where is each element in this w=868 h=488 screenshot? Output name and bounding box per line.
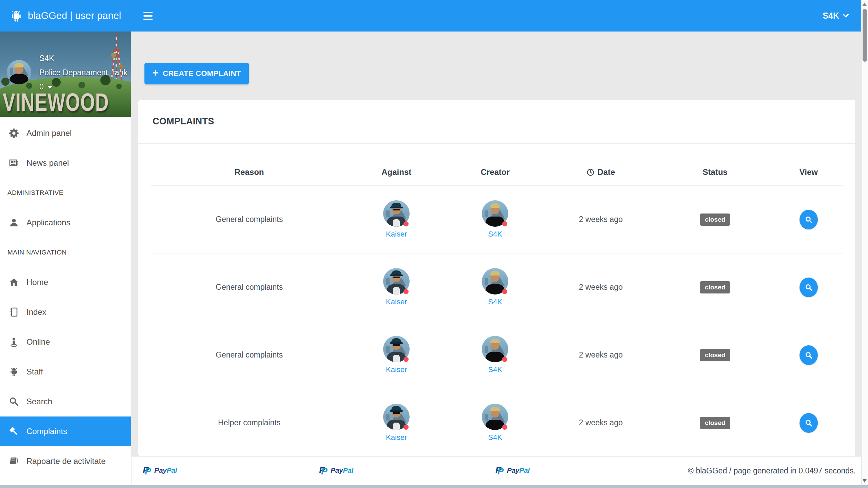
cell-against: Kaiser [348, 389, 445, 457]
table-header-row: Reason Against Creator Date Status View [151, 144, 843, 186]
offline-dot [403, 357, 409, 362]
sidebar-item-label: Rapoarte de activitate [26, 456, 105, 466]
create-complaint-button[interactable]: + CREATE COMPLAINT [144, 63, 249, 84]
col-header-date: Date [546, 144, 656, 186]
scrollbar-thumb[interactable] [863, 9, 867, 62]
android-icon [9, 367, 19, 377]
notebook-icon [9, 307, 19, 317]
status-badge: closed [700, 349, 730, 361]
plus-icon: + [153, 67, 159, 79]
avatar[interactable] [383, 200, 410, 227]
scroll-up-arrow-icon[interactable] [863, 2, 867, 6]
complaints-table: Reason Against Creator Date Status View … [151, 144, 843, 457]
cell-against: Kaiser [348, 321, 445, 389]
against-user-link[interactable]: Kaiser [386, 433, 407, 442]
sidebar-item-admin-panel[interactable]: Admin panel [0, 118, 131, 148]
sidebar-item-applications[interactable]: Applications [0, 208, 131, 238]
brand-title: blaGGed | user panel [28, 10, 121, 21]
avatar[interactable] [482, 268, 508, 294]
col-header-creator: Creator [445, 144, 545, 186]
view-button[interactable] [800, 210, 818, 229]
cell-view [774, 186, 843, 253]
sidebar-heading-main-navigation: MAIN NAVIGATION [0, 238, 131, 267]
offline-dot [403, 221, 409, 226]
against-user-link[interactable]: Kaiser [386, 365, 407, 374]
view-button[interactable] [800, 345, 818, 365]
avatar[interactable] [383, 336, 410, 362]
cell-view [774, 253, 843, 321]
search-icon [804, 283, 813, 292]
cell-creator: S4K [445, 321, 545, 389]
sidebar-item-label: Index [26, 307, 46, 317]
avatar[interactable] [482, 200, 508, 227]
table-row: General complaints Kaiser S4K [151, 321, 843, 389]
paypal-logo[interactable]: PP PayPal [319, 465, 353, 476]
sidebar-item-label: News panel [26, 158, 69, 168]
table-row: General complaints Kaiser S4K [151, 253, 843, 321]
status-badge: closed [700, 281, 730, 293]
cell-status: closed [656, 321, 774, 389]
sidebar-toggle-icon[interactable] [143, 12, 153, 20]
table-row: General complaints Kaiser S4K [151, 186, 843, 253]
col-header-against: Against [348, 144, 445, 186]
offline-dot [403, 289, 409, 294]
avatar[interactable] [383, 268, 410, 294]
offline-dot [502, 425, 507, 430]
avatar[interactable] [482, 404, 508, 430]
against-user-link[interactable]: Kaiser [386, 230, 407, 239]
profile-banner: VINEWOOD S4K Police Departament, rank 0 [0, 32, 131, 117]
offline-dot [403, 425, 409, 430]
search-icon [9, 396, 19, 407]
profile-details[interactable]: Police Departament, rank 0 [39, 65, 127, 94]
paypal-logo[interactable]: PP PayPal [143, 465, 177, 476]
against-user-link[interactable]: Kaiser [386, 298, 407, 306]
cell-creator: S4K [445, 186, 545, 253]
cell-date: 2 weeks ago [546, 186, 656, 253]
avatar[interactable] [383, 404, 410, 430]
user-icon [9, 218, 19, 228]
view-button[interactable] [800, 413, 818, 433]
creator-user-link[interactable]: S4K [488, 433, 502, 442]
sidebar-item-rapoarte[interactable]: Rapoarte de activitate [0, 446, 131, 476]
scroll-down-arrow-icon[interactable] [863, 479, 867, 483]
cell-status: closed [656, 186, 774, 253]
vertical-scrollbar[interactable] [861, 0, 868, 488]
sidebar-item-complaints[interactable]: Complaints [0, 416, 131, 446]
top-navbar: blaGGed | user panel S4K [0, 0, 868, 32]
complaints-card: COMPLAINTS Reason Against Creator Date S… [138, 100, 855, 457]
sidebar-item-search[interactable]: Search [0, 387, 131, 416]
sidebar-item-label: Complaints [26, 427, 67, 436]
sidebar-item-index[interactable]: Index [0, 297, 131, 327]
cell-date: 2 weeks ago [546, 321, 656, 389]
clock-icon [587, 168, 594, 176]
sidebar-item-label: Admin panel [26, 128, 72, 138]
profile-avatar[interactable] [7, 60, 31, 84]
sidebar-item-online[interactable]: Online [0, 327, 131, 357]
brand[interactable]: blaGGed | user panel [0, 9, 131, 23]
creator-user-link[interactable]: S4K [488, 365, 502, 374]
sidebar-item-label: Staff [26, 367, 43, 377]
paypal-mark-icon: PP [319, 465, 328, 476]
sidebar-item-home[interactable]: Home [0, 267, 131, 297]
cell-reason: Helper complaints [151, 389, 348, 457]
user-menu[interactable]: S4K [823, 11, 849, 21]
offline-dot [502, 289, 507, 294]
sidebar-item-news-panel[interactable]: News panel [0, 148, 131, 178]
paypal-mark-icon: PP [495, 465, 505, 476]
footer: PP PayPal PP PayPal PP PayPal © blaGGed … [132, 456, 861, 485]
creator-user-link[interactable]: S4K [488, 298, 502, 306]
search-icon [804, 419, 813, 427]
search-icon [804, 351, 813, 360]
sidebar-item-label: Online [26, 337, 50, 347]
offline-dot [502, 357, 507, 362]
sidebar-item-label: Search [26, 397, 52, 406]
gavel-icon [9, 426, 19, 436]
paypal-logo[interactable]: PP PayPal [495, 465, 530, 476]
sidebar-heading-administrative: ADMINISTRATIVE [0, 178, 131, 208]
creator-user-link[interactable]: S4K [488, 230, 502, 239]
avatar[interactable] [482, 336, 508, 362]
view-button[interactable] [800, 278, 818, 297]
sidebar-item-staff[interactable]: Staff [0, 357, 131, 387]
cell-reason: General complaints [151, 253, 348, 321]
table-row: Helper complaints Kaiser S4K [151, 389, 843, 457]
